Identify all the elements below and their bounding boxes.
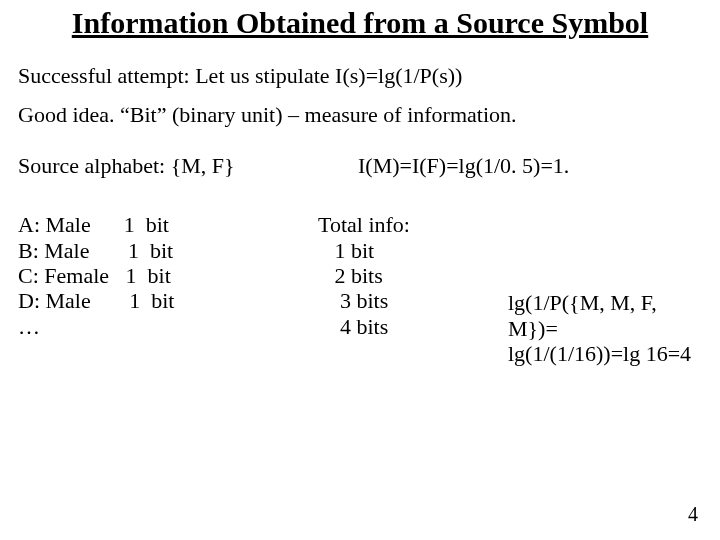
person-b: B: Male 1 bit (18, 238, 318, 263)
person-a: A: Male 1 bit (18, 212, 318, 237)
slide: Information Obtained from a Source Symbo… (0, 0, 720, 540)
total-1: 1 bit (318, 238, 508, 263)
lower-block: A: Male 1 bit B: Male 1 bit C: Female 1 … (18, 212, 702, 366)
slide-body: Successful attempt: Let us stipulate I(s… (0, 63, 720, 367)
page-number: 4 (688, 503, 698, 526)
slide-title: Information Obtained from a Source Symbo… (0, 0, 720, 49)
total-2: 2 bits (318, 263, 508, 288)
formula-line-1: lg(1/P({M, M, F, M})= (508, 290, 702, 341)
person-d: D: Male 1 bit (18, 288, 318, 313)
total-info-block: Total info: 1 bit 2 bits 3 bits 4 bits (318, 212, 508, 366)
formula-block: lg(1/P({M, M, F, M})= lg(1/(1/16))=lg 16… (508, 212, 702, 366)
total-4: 4 bits (318, 314, 508, 339)
line-stipulate: Successful attempt: Let us stipulate I(s… (18, 63, 702, 88)
total-info-heading: Total info: (318, 212, 508, 237)
people-list: A: Male 1 bit B: Male 1 bit C: Female 1 … (18, 212, 318, 366)
person-c: C: Female 1 bit (18, 263, 318, 288)
line-bit-definition: Good idea. “Bit” (binary unit) – measure… (18, 102, 702, 127)
formula-line-2: lg(1/(1/16))=lg 16=4 (508, 341, 702, 366)
im-if-equation: I(M)=I(F)=lg(1/0. 5)=1. (358, 153, 702, 178)
source-alphabet-label: Source alphabet: {M, F} (18, 153, 318, 178)
person-ellipsis: … (18, 314, 318, 339)
total-3: 3 bits (318, 288, 508, 313)
row-alphabet: Source alphabet: {M, F} I(M)=I(F)=lg(1/0… (18, 153, 702, 178)
